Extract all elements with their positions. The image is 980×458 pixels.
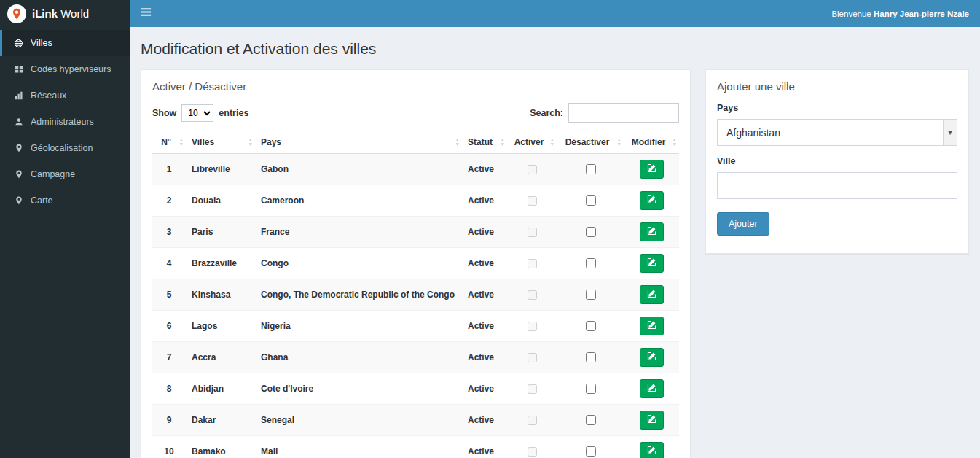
modifier-button[interactable]: [640, 442, 664, 458]
cell-numero: 10: [152, 436, 186, 458]
topbar: Bienvenue Hanry Jean-pierre Nzale: [130, 0, 980, 27]
sidebar-item-administrateurs[interactable]: Administrateurs: [0, 109, 130, 135]
cell-modifier: [624, 248, 679, 279]
desactiver-checkbox[interactable]: [586, 164, 596, 174]
modifier-button[interactable]: [640, 254, 664, 273]
modifier-button[interactable]: [640, 160, 664, 179]
page-length-select[interactable]: 10: [181, 104, 213, 122]
welcome-text: Bienvenue Hanry Jean-pierre Nzale: [831, 9, 980, 18]
desactiver-checkbox[interactable]: [586, 384, 596, 394]
brand-icon: [7, 4, 26, 23]
cell-pays: Nigeria: [255, 311, 462, 342]
cell-activer: [507, 279, 557, 311]
modifier-button[interactable]: [640, 411, 664, 430]
sidebar-item-label: Campagne: [31, 169, 75, 179]
modifier-button[interactable]: [640, 317, 664, 335]
main-content: Modification et Activation des villes Ac…: [130, 27, 980, 458]
cell-pays: Cote d'Ivoire: [255, 373, 462, 405]
cell-modifier: [624, 436, 679, 458]
column-header-villes[interactable]: Villes▲▼: [186, 131, 255, 154]
sidebar-item-carte[interactable]: Carte: [0, 187, 130, 214]
cell-desactiver: [557, 436, 624, 458]
pays-select[interactable]: Afghanistan: [718, 120, 957, 145]
modifier-button[interactable]: [640, 191, 664, 210]
page-length-control: Show 10 entries: [152, 104, 248, 122]
cell-desactiver: [557, 279, 624, 311]
cell-activer: [507, 436, 557, 458]
user-icon: [13, 117, 24, 126]
cell-desactiver: [557, 373, 624, 405]
cell-numero: 1: [152, 154, 186, 185]
column-header-n-[interactable]: N°▲▼: [152, 131, 186, 154]
cell-numero: 5: [152, 279, 186, 311]
column-header-pays[interactable]: Pays▲▼: [255, 131, 462, 154]
sort-icon: ▲▼: [550, 138, 554, 147]
desactiver-checkbox[interactable]: [586, 321, 596, 331]
edit-icon: [647, 446, 656, 457]
sidebar-item-villes[interactable]: Villes: [0, 30, 130, 56]
activer-checkbox: [528, 165, 537, 174]
cell-modifier: [624, 342, 679, 373]
edit-icon: [647, 414, 656, 426]
sidebar-item-campagne[interactable]: Campagne: [0, 161, 130, 187]
cell-pays: Cameroon: [255, 185, 462, 217]
desactiver-checkbox[interactable]: [586, 227, 596, 237]
cell-numero: 2: [152, 185, 186, 217]
page-title: Modification et Activation des villes: [141, 40, 969, 58]
sidebar-item-codes-hyperviseurs[interactable]: Codes hyperviseurs: [0, 56, 130, 82]
desactiver-checkbox[interactable]: [586, 352, 596, 362]
desactiver-checkbox[interactable]: [586, 195, 596, 206]
column-header-label: Statut: [468, 137, 493, 147]
cell-pays: Mali: [255, 436, 462, 458]
cell-modifier: [624, 154, 679, 185]
entries-label: entries: [219, 108, 248, 118]
edit-icon: [647, 163, 656, 175]
cell-ville: Dakar: [186, 405, 255, 436]
desactiver-checkbox[interactable]: [586, 415, 596, 425]
cell-numero: 3: [152, 217, 186, 248]
edit-icon: [647, 226, 656, 238]
ajouter-button[interactable]: Ajouter: [717, 212, 769, 236]
ville-label: Ville: [717, 156, 957, 166]
app-logo[interactable]: iLink World: [0, 0, 130, 27]
column-header-statut[interactable]: Statut▲▼: [462, 131, 507, 154]
add-panel-title: Ajouter une ville: [717, 80, 957, 93]
activer-checkbox: [528, 353, 537, 362]
table-row: 1LibrevilleGabonActive: [152, 154, 679, 185]
column-header-label: Pays: [261, 137, 281, 147]
sidebar-item-label: Codes hyperviseurs: [31, 64, 111, 74]
column-header-desactiver[interactable]: Désactiver▲▼: [557, 131, 624, 154]
desactiver-checkbox[interactable]: [586, 258, 596, 268]
desactiver-checkbox[interactable]: [586, 446, 596, 457]
search-input[interactable]: [568, 103, 679, 123]
sidebar-toggle-button[interactable]: [130, 0, 162, 27]
cell-desactiver: [557, 311, 624, 342]
sidebar-item-reseaux[interactable]: Réseaux: [0, 82, 130, 109]
table-panel-title: Activer / Désactiver: [152, 80, 679, 93]
sidebar-item-geolocalisation[interactable]: Géolocalisation: [0, 135, 130, 161]
pays-label: Pays: [717, 103, 957, 113]
column-header-modifier[interactable]: Modifier▲▼: [624, 131, 679, 154]
table-row: 10BamakoMaliActive: [152, 436, 679, 458]
cell-ville: Paris: [186, 217, 255, 248]
column-header-activer[interactable]: Activer▲▼: [507, 131, 557, 154]
brand-text: iLink World: [32, 7, 89, 20]
edit-icon: [647, 257, 656, 269]
cell-statut: Active: [462, 279, 507, 311]
add-city-panel: Ajouter une ville Pays Afghanistan ▼ Vil…: [705, 69, 969, 254]
sort-icon: ▲▼: [455, 138, 460, 147]
ville-input[interactable]: [717, 172, 957, 199]
cell-statut: Active: [462, 373, 507, 405]
modifier-button[interactable]: [640, 222, 664, 241]
desactiver-checkbox[interactable]: [586, 290, 596, 300]
cell-numero: 6: [152, 311, 186, 342]
activer-checkbox: [528, 290, 537, 300]
modifier-button[interactable]: [640, 379, 664, 398]
cell-activer: [507, 185, 557, 217]
table-row: 3ParisFranceActive: [152, 217, 679, 248]
sidebar-item-label: Administrateurs: [31, 117, 94, 127]
modifier-button[interactable]: [640, 285, 664, 304]
modifier-button[interactable]: [640, 348, 664, 367]
cell-ville: Kinshasa: [186, 279, 255, 311]
cell-statut: Active: [462, 311, 507, 342]
